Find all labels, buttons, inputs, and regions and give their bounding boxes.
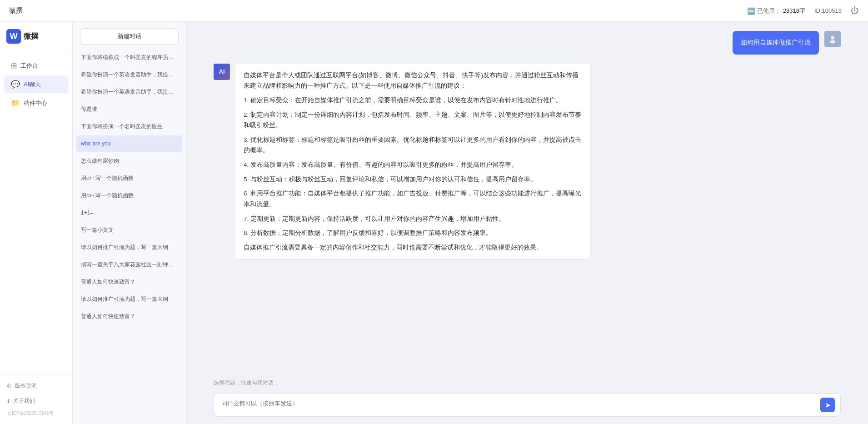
ai-para-7: 7. 定期更新：定期更新内容，保持活跃度，可以让用户对你的内容产生兴趣，增加用户… xyxy=(244,214,582,224)
sidebar-item-compose[interactable]: 📁 稿件中心 xyxy=(4,94,69,112)
workbench-icon: ⊞ xyxy=(11,61,17,70)
ai-para-4: 4. 发布高质量内容：发布高质量、有价值、有趣的内容可以吸引更多的粉丝，并提高用… xyxy=(244,160,582,170)
conv-item[interactable]: 你是谁 xyxy=(76,101,182,117)
conv-item[interactable]: 用c++写一个随机函数 xyxy=(76,170,182,186)
conv-item[interactable]: 普通人如何快速致富？ xyxy=(76,274,182,290)
sidebar-item-workbench[interactable]: ⊞ 工作台 xyxy=(4,57,69,75)
conv-item[interactable]: 希望你扮演一个英语发音助手，我提供给你... xyxy=(76,84,182,100)
send-icon: ➤ xyxy=(825,401,831,409)
sidebar-icp: 京ICP备2022015946号 xyxy=(0,409,72,420)
conv-item[interactable]: 请以如何推广引流为题，写一篇大纲 xyxy=(76,239,182,255)
power-button[interactable]: ⏻ xyxy=(851,6,859,15)
ai-para-3: 3. 优化标题和标签：标题和标签是吸引粉丝的重要因素。优化标题和标签可以让更多的… xyxy=(244,135,582,156)
sidebar-label-ai-chat: AI聊天 xyxy=(24,80,41,89)
conv-item[interactable]: 写一篇小黄文 xyxy=(76,222,182,238)
ai-para-0: 自媒体平台是个人或团队通过互联网平台(如博客、微博、微信公众号、抖音、快手等)发… xyxy=(244,70,582,91)
svg-point-0 xyxy=(831,36,834,40)
conv-item[interactable]: 怎么做狗屎炒肉 xyxy=(76,153,182,169)
sidebar-label-workbench: 工作台 xyxy=(20,62,38,70)
conv-item-active[interactable]: who are you xyxy=(76,135,182,152)
topbar: 微撰 🔤 已使用： 28318字 ID:100519 ⏻ xyxy=(0,0,868,22)
about-label: 关于我们 xyxy=(13,397,35,405)
quick-topic-label: 选择话题，快速与我对话： xyxy=(214,379,279,386)
conv-item[interactable]: 普通人如何快速致富？ xyxy=(76,308,182,324)
usage-label: 已使用： xyxy=(757,7,781,15)
sidebar-nav: ⊞ 工作台 💬 AI聊天 📁 稿件中心 xyxy=(0,51,72,374)
topbar-title: 微撰 xyxy=(9,6,747,15)
conv-item[interactable]: 用c++写一个随机函数 xyxy=(76,187,182,204)
sidebar-about[interactable]: ℹ 关于我们 xyxy=(0,394,72,409)
conv-item[interactable]: 撰写一篇关于八大家花园社区一刻钟便民生... xyxy=(76,256,182,273)
conv-item[interactable]: 希望你扮演一个英语发音助手，我提供给你... xyxy=(76,66,182,83)
new-conversation-button[interactable]: 新建对话 xyxy=(80,28,179,45)
ai-para-2: 2. 制定内容计划：制定一份详细的内容计划，包括发布时间、频率、主题、文案、图片… xyxy=(244,110,582,131)
copyright-label: 版权说明 xyxy=(15,382,37,390)
user-message-content: 如何用自媒体做推广引流 xyxy=(733,31,819,55)
conv-item[interactable]: 下面你将模拟成一个叫圣友的程序员，我说... xyxy=(76,49,182,65)
user-avatar xyxy=(824,31,841,47)
quick-topics: 选择话题，快速与我对话： xyxy=(186,375,868,389)
chat-input[interactable] xyxy=(221,399,818,411)
ai-message-content: 自媒体平台是个人或团队通过互联网平台(如博客、微博、微信公众号、抖音、快手等)发… xyxy=(235,64,590,259)
ai-para-9: 自媒体推广引流需要具备一定的内容创作和社交能力，同时也需要不断尝试和优化，才能取… xyxy=(244,242,582,253)
about-icon: ℹ xyxy=(7,398,10,404)
topbar-id: ID:100519 xyxy=(814,7,842,14)
conv-item[interactable]: 请以如何推广引流为题，写一篇大纲 xyxy=(76,291,182,307)
main-layout: W 微撰 ⊞ 工作台 💬 AI聊天 📁 稿件中心 © 版权说明 ℹ xyxy=(0,22,868,424)
topbar-usage: 🔤 已使用： 28318字 xyxy=(747,7,805,15)
sidebar-bottom: © 版权说明 ℹ 关于我们 京ICP备2022015946号 xyxy=(0,374,72,424)
sidebar-item-ai-chat[interactable]: 💬 AI聊天 xyxy=(4,75,69,93)
sidebar-label-compose: 稿件中心 xyxy=(24,99,47,107)
ai-para-5: 5. 与粉丝互动：积极与粉丝互动，回复评论和私信，可以增加用户对你的认可和信任，… xyxy=(244,174,582,185)
copyright-icon: © xyxy=(7,383,11,389)
logo-text: 微撰 xyxy=(24,32,38,41)
chat-input-area: ➤ xyxy=(186,389,868,424)
compose-icon: 📁 xyxy=(11,99,20,107)
usage-count: 28318字 xyxy=(783,7,805,15)
send-button[interactable]: ➤ xyxy=(820,398,835,412)
conv-item[interactable]: 下面你将扮演一个名叫圣友的医生 xyxy=(76,118,182,135)
ai-para-8: 8. 分析数据：定期分析数据，了解用户反馈和喜好，以便调整推广策略和内容发布频率… xyxy=(244,228,582,239)
ai-para-1: 1. 确定目标受众：在开始自媒体推广引流之前，需要明确目标受众是谁，以便在发布内… xyxy=(244,95,582,106)
logo-icon: W xyxy=(6,29,21,44)
chat-input-box: ➤ xyxy=(214,393,841,417)
conv-panel: 新建对话 下面你将模拟成一个叫圣友的程序员，我说... 希望你扮演一个英语发音助… xyxy=(73,22,186,424)
sidebar-copyright[interactable]: © 版权说明 xyxy=(0,379,72,394)
topbar-right: 🔤 已使用： 28318字 ID:100519 ⏻ xyxy=(747,6,859,15)
user-message-row: 如何用自媒体做推广引流 xyxy=(214,31,841,55)
ai-para-6: 6. 利用平台推广功能：自媒体平台都提供了推广功能，如广告投放、付费推广等，可以… xyxy=(244,188,582,210)
conv-item[interactable]: 1+1= xyxy=(76,205,182,221)
chat-messages: 如何用自媒体做推广引流 AI 自媒体平台是个人或团队通过互联网平台(如博客、微博… xyxy=(186,22,868,375)
usage-icon: 🔤 xyxy=(747,7,755,15)
chat-area: 如何用自媒体做推广引流 AI 自媒体平台是个人或团队通过互联网平台(如博客、微博… xyxy=(186,22,868,424)
sidebar-logo: W 微撰 xyxy=(0,22,72,51)
svg-point-1 xyxy=(830,40,835,44)
ai-message-row: AI 自媒体平台是个人或团队通过互联网平台(如博客、微博、微信公众号、抖音、快手… xyxy=(214,64,841,259)
sidebar: W 微撰 ⊞ 工作台 💬 AI聊天 📁 稿件中心 © 版权说明 ℹ xyxy=(0,22,73,424)
ai-avatar: AI xyxy=(214,64,230,80)
conv-list: 下面你将模拟成一个叫圣友的程序员，我说... 希望你扮演一个英语发音助手，我提供… xyxy=(73,49,186,424)
ai-chat-icon: 💬 xyxy=(11,80,20,89)
